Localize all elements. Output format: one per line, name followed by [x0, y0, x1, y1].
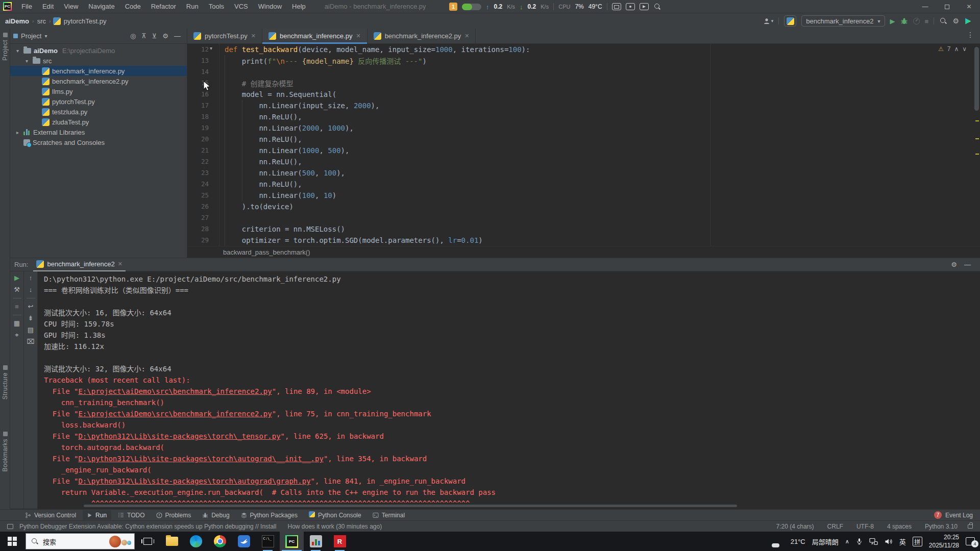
- run-button[interactable]: [890, 17, 895, 25]
- gradient-triangle-icon[interactable]: [964, 17, 972, 25]
- tree-item-pytorchTest.py[interactable]: pytorchTest.py: [10, 96, 187, 107]
- status-message-secondary[interactable]: How does it work (30 minutes ago): [287, 523, 382, 530]
- menu-file[interactable]: File: [17, 1, 37, 12]
- close-icon[interactable]: [251, 33, 256, 39]
- tree-chevron-icon[interactable]: [14, 130, 21, 135]
- tray-expand-icon[interactable]: [845, 538, 849, 545]
- restore-layout-icon[interactable]: [14, 320, 20, 327]
- menu-window[interactable]: Window: [254, 1, 286, 12]
- taskbar-search[interactable]: 搜索: [26, 533, 135, 549]
- stacktrace-link[interactable]: E:\project\aiDemo\src\benchmark_inferenc…: [78, 387, 272, 395]
- prev-warning-icon[interactable]: [954, 45, 959, 53]
- microphone-icon[interactable]: [856, 537, 863, 545]
- tree-item-External Libraries[interactable]: External Libraries: [10, 127, 187, 137]
- breadcrumb-item[interactable]: src: [36, 16, 47, 26]
- search-everywhere-icon[interactable]: [939, 17, 947, 25]
- panel-settings-icon[interactable]: [162, 32, 168, 40]
- debug-button[interactable]: [900, 17, 908, 25]
- maximize-button[interactable]: [936, 0, 958, 13]
- run-console[interactable]: D:\python312\python.exe E:/project/aiDem…: [38, 271, 980, 509]
- editor-tab-benchmark_inference.py[interactable]: benchmark_inference.py: [262, 29, 368, 43]
- tree-item-llms.py[interactable]: llms.py: [10, 86, 187, 96]
- taskbar-app-edge[interactable]: [184, 532, 208, 551]
- soft-wrap-icon[interactable]: [28, 303, 34, 310]
- editor-tab-benchmark_inference2.py[interactable]: benchmark_inference2.py: [368, 29, 476, 43]
- expand-all-icon[interactable]: [152, 32, 157, 40]
- pin-tab-icon[interactable]: [15, 332, 18, 339]
- stop-process-button[interactable]: [15, 303, 19, 310]
- readonly-lock-icon[interactable]: [968, 524, 973, 529]
- search-tool-icon[interactable]: [653, 3, 662, 11]
- status-message[interactable]: Python Debugger Extension Available: Cyt…: [19, 523, 276, 530]
- breadcrumb-item[interactable]: aiDemo: [4, 16, 30, 26]
- menu-code[interactable]: Code: [120, 1, 145, 12]
- stacktrace-link[interactable]: D:\python312\Lib\site-packages\torch\_te…: [78, 432, 280, 440]
- menu-edit[interactable]: Edit: [38, 1, 58, 12]
- down-stacktrace-icon[interactable]: [29, 286, 33, 293]
- code-editor[interactable]: 12def test_backward(device, model_name, …: [187, 44, 980, 246]
- menu-navigate[interactable]: Navigate: [84, 1, 119, 12]
- record-video-icon[interactable]: [640, 3, 649, 10]
- stripe-project[interactable]: Project: [0, 33, 10, 61]
- hide-run-panel-icon[interactable]: [964, 261, 971, 268]
- tree-chevron-icon[interactable]: [23, 58, 30, 64]
- stop-button[interactable]: [925, 17, 929, 25]
- toolwindow-version-control[interactable]: Version Control: [20, 510, 81, 520]
- taskbar-app-amd[interactable]: R: [328, 532, 352, 551]
- toolwindow-python-packages[interactable]: Python Packages: [236, 510, 302, 520]
- network-icon[interactable]: [869, 538, 878, 545]
- print-icon[interactable]: [28, 327, 34, 334]
- run-process-tab[interactable]: benchmark_inference2: [33, 258, 125, 271]
- volume-icon[interactable]: [885, 538, 893, 545]
- taskbar-clock[interactable]: 20:25 2025/11/28: [929, 533, 959, 549]
- ime-mode[interactable]: 拼: [913, 537, 922, 546]
- tree-item-Scratches and Consoles[interactable]: Scratches and Consoles: [10, 137, 187, 147]
- modify-run-config-icon[interactable]: [14, 286, 20, 293]
- scroll-to-end-icon[interactable]: [28, 315, 34, 322]
- tree-item-benchmark_inference2.py[interactable]: benchmark_inference2.py: [10, 76, 187, 86]
- tree-item-src[interactable]: src: [10, 56, 187, 66]
- weather-temp[interactable]: 21°C: [791, 538, 805, 545]
- close-icon[interactable]: [118, 261, 122, 267]
- menu-vcs[interactable]: VCS: [230, 1, 253, 12]
- event-log-button[interactable]: 7 Event Log: [934, 511, 980, 519]
- taskbar-app-monitor[interactable]: [304, 532, 328, 551]
- editor-tab-pytorchTest.py[interactable]: pytorchTest.py: [187, 29, 262, 43]
- run-configuration-select[interactable]: benchmark_inference2: [801, 15, 885, 27]
- editor-scrollbar[interactable]: [974, 47, 979, 111]
- weather-desc[interactable]: 局部晴朗: [812, 537, 839, 546]
- taskbar-app-cmd[interactable]: C:\_: [256, 532, 280, 551]
- interpreter[interactable]: Python 3.10: [925, 523, 958, 530]
- stacktrace-link[interactable]: E:\project\aiDemo\src\benchmark_inferenc…: [78, 410, 272, 418]
- camera-icon[interactable]: [626, 3, 635, 10]
- menu-view[interactable]: View: [59, 1, 83, 12]
- toolwindow-run[interactable]: Run: [83, 510, 111, 520]
- line-ending[interactable]: CRLF: [827, 523, 843, 530]
- weather-icon[interactable]: [774, 537, 784, 546]
- menu-help[interactable]: Help: [287, 1, 310, 12]
- tree-item-zludaTest.py[interactable]: zludaTest.py: [10, 117, 187, 127]
- stripe-structure[interactable]: Structure: [0, 365, 10, 399]
- user-account-icon[interactable]: [763, 18, 774, 24]
- stacktrace-link[interactable]: D:\python312\Lib\site-packages\torch\aut…: [78, 455, 323, 463]
- ime-language[interactable]: 英: [899, 537, 906, 546]
- taskbar-app-explorer[interactable]: [160, 532, 184, 551]
- screenshot-icon[interactable]: [612, 3, 621, 10]
- taskbar-app-thunder[interactable]: [232, 532, 256, 551]
- toolwindow-python-console[interactable]: Python Console: [304, 510, 366, 520]
- collapse-all-icon[interactable]: [141, 32, 146, 40]
- toolwindow-problems[interactable]: Problems: [152, 510, 196, 520]
- caret-position[interactable]: 7:20 (4 chars): [776, 523, 814, 530]
- taskbar-app-chrome[interactable]: [208, 532, 232, 551]
- start-button[interactable]: [0, 532, 24, 551]
- notification-center-icon[interactable]: 4: [966, 537, 975, 545]
- stripe-bookmarks[interactable]: Bookmarks: [0, 432, 10, 472]
- settings-gear-icon[interactable]: [952, 17, 959, 25]
- menu-tools[interactable]: Tools: [204, 1, 229, 12]
- editor-breadcrumb-bar[interactable]: backward_pass_benchmark(): [187, 246, 980, 258]
- run-settings-icon[interactable]: [951, 261, 957, 268]
- close-button[interactable]: [958, 0, 980, 13]
- close-icon[interactable]: [356, 33, 360, 39]
- tree-item-aiDemo[interactable]: aiDemoE:\project\aiDemo: [10, 45, 187, 56]
- interpreter-button[interactable]: [784, 15, 796, 27]
